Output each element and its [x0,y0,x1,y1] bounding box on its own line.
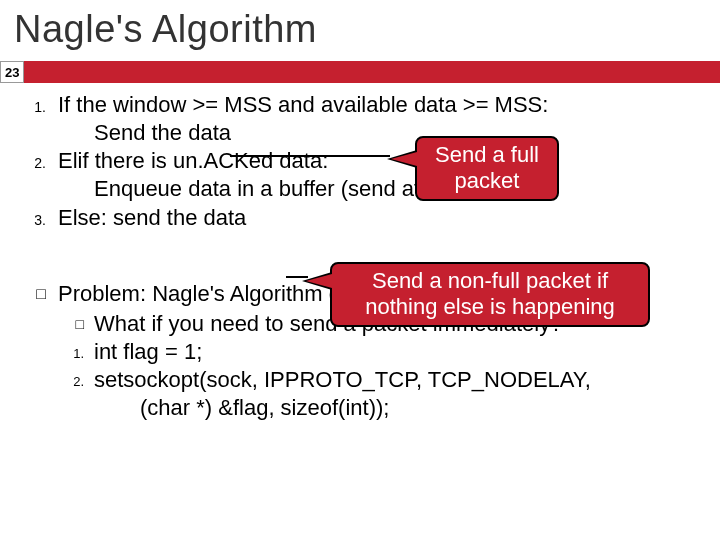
callout-box: Send a full packet [415,136,559,201]
sub-text: Enqueue data in a buffer (send after a t… [20,175,700,203]
accent-bar-fill [24,61,720,83]
code-text: int flag = 1; [94,338,700,366]
square-bullet-icon: □ [20,280,58,308]
list-text: Else: send the data [58,204,700,232]
list-item: 3. Else: send the data [20,204,700,232]
callout-text: Send a non-full packet if [372,268,608,293]
callout-text: nothing else is happening [365,294,615,319]
list-text: If the window >= MSS and available data … [58,91,700,119]
square-bullet-icon: □ [58,310,94,338]
list-number: 1. [20,91,58,119]
list-number: 2. [20,147,58,175]
list-item: 1. If the window >= MSS and available da… [20,91,700,119]
code-number: 1. [58,338,94,366]
code-text: setsockopt(sock, IPPROTO_TCP, TCP_NODELA… [94,366,700,394]
callout-box: Send a non-full packet if nothing else i… [330,262,650,327]
callout-connector [230,155,390,157]
callout-text: packet [455,168,520,193]
list-number: 3. [20,204,58,232]
callout-connector [286,276,308,278]
list-item: 2. Elif there is un.ACKed data: [20,147,700,175]
slide-body: 1. If the window >= MSS and available da… [0,83,720,423]
code-line: 1. int flag = 1; [20,338,700,366]
sub-text: Send the data [20,119,700,147]
code-number: 2. [58,366,94,394]
list-text: Elif there is un.ACKed data: [58,147,700,175]
slide-number: 23 [0,61,24,83]
code-line: 2. setsockopt(sock, IPPROTO_TCP, TCP_NOD… [20,366,700,394]
slide-title: Nagle's Algorithm [0,0,720,61]
accent-bar: 23 [0,61,720,83]
code-line-cont: (char *) &flag, sizeof(int)); [20,394,700,422]
callout-text: Send a full [435,142,539,167]
